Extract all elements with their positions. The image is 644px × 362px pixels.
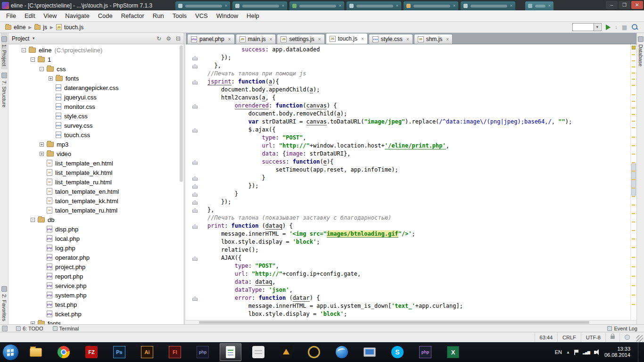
menu-tools[interactable]: Tools	[168, 10, 191, 21]
editor-gutter[interactable]	[186, 126, 207, 134]
editor-gutter[interactable]	[186, 198, 207, 206]
fold-marker-icon[interactable]	[192, 256, 198, 261]
window-tab[interactable]: ×	[175, 1, 231, 10]
dark-triangle-app-icon[interactable]	[275, 343, 297, 361]
editor-gutter[interactable]	[186, 310, 207, 318]
php-app-icon[interactable]: php	[192, 343, 214, 361]
menu-window[interactable]: Window	[212, 10, 242, 21]
tree-item-eline[interactable]: -eline(C:\projects\eline)	[8, 45, 184, 55]
menu-refactor[interactable]: Refactor	[117, 10, 149, 21]
expand-icon[interactable]: +	[40, 142, 44, 147]
tree-item-report-php[interactable]: phpreport.php	[8, 272, 184, 281]
warning-stripe-mark[interactable]	[632, 222, 635, 222]
hide-panel-icon[interactable]: ⊟	[176, 35, 181, 42]
tree-item-touch-css[interactable]: csstouch.css	[8, 130, 184, 140]
warning-stripe-mark[interactable]	[632, 101, 635, 102]
event-log-button[interactable]: Event Log	[603, 325, 644, 332]
tree-item-talon-template-en-html[interactable]: Htalon_template_en.html	[8, 187, 184, 196]
editor-gutter[interactable]	[186, 94, 207, 102]
tool-stripe-button-structure[interactable]: 7: Structure	[1, 69, 8, 111]
project-tree[interactable]: -eline(C:\projects\eline)-1-css+fontscss…	[8, 44, 184, 324]
warning-stripe-mark[interactable]	[632, 276, 635, 277]
editor-gutter[interactable]	[186, 142, 207, 150]
tree-item-test-php[interactable]: phptest.php	[8, 300, 184, 309]
warning-stripe-mark[interactable]	[632, 114, 635, 115]
warning-stripe-mark[interactable]	[632, 239, 635, 239]
tree-item-survey-css[interactable]: csssurvey.css	[8, 121, 184, 130]
warning-stripe-mark[interactable]	[632, 73, 635, 74]
warning-stripe-mark[interactable]	[632, 66, 635, 67]
tab-close-icon[interactable]: ×	[361, 36, 364, 41]
maximize-button[interactable]: ❐	[619, 1, 630, 9]
collapse-icon[interactable]: -	[31, 218, 35, 222]
tool-buttons-toggle-icon[interactable]	[2, 326, 8, 331]
editor-content[interactable]: success: app.dataLoaded }); },//Печать т…	[186, 44, 636, 324]
editor-gutter[interactable]	[186, 174, 207, 182]
tab-close-icon[interactable]: ×	[318, 37, 321, 42]
readonly-lock-icon[interactable]	[605, 332, 619, 342]
tree-item-list-template-ru-html[interactable]: Hlist_template_ru.html	[8, 177, 184, 187]
tree-item-operator-php[interactable]: phpoperator.php	[8, 253, 184, 262]
editor-tab-settings-js[interactable]: JSsettings.js×	[277, 34, 324, 44]
minimize-button[interactable]: –	[606, 1, 618, 9]
tree-item-talon-template-ru-html[interactable]: Htalon_template_ru.html	[8, 206, 184, 215]
editor-gutter[interactable]	[186, 222, 207, 230]
code-editor[interactable]: success: app.dataLoaded }); },//Печать т…	[186, 44, 636, 320]
excel-icon[interactable]: X	[442, 343, 464, 361]
project-tree-scrollbar[interactable]	[180, 45, 183, 182]
window-tab[interactable]: ×	[232, 1, 288, 10]
warning-stripe-mark[interactable]	[632, 196, 635, 197]
fold-marker-icon[interactable]	[192, 176, 198, 181]
window-tab[interactable]: ×	[346, 1, 402, 10]
tree-item-mp3[interactable]: +mp3	[8, 140, 184, 149]
phpstorm-icon[interactable]: php	[414, 343, 436, 361]
start-button[interactable]	[2, 344, 19, 361]
fold-marker-icon[interactable]	[192, 80, 198, 84]
tree-item-log-php[interactable]: phplog.php	[8, 243, 184, 253]
chevron-down-icon[interactable]: ▼	[32, 36, 35, 41]
file-explorer-icon[interactable]	[25, 343, 47, 361]
warning-stripe-mark[interactable]	[632, 107, 635, 108]
hector-inspections-icon[interactable]	[619, 332, 635, 342]
tree-item-list-template-en-html[interactable]: Hlist_template_en.html	[8, 158, 184, 168]
tool-stripe-button-favorites[interactable]: 2: Favorites	[1, 283, 8, 324]
tab-close-icon[interactable]: ×	[446, 37, 449, 42]
chrome-icon[interactable]	[53, 343, 74, 361]
editor-gutter[interactable]	[186, 278, 207, 286]
editor-gutter[interactable]	[186, 246, 207, 254]
tree-item-style-css[interactable]: cssstyle.css	[8, 111, 184, 121]
expand-icon[interactable]: +	[40, 152, 44, 156]
inspection-status-icon[interactable]	[632, 46, 636, 49]
tree-item-service-php[interactable]: phpservice.php	[8, 281, 184, 290]
window-tab-close-icon[interactable]: ×	[510, 4, 512, 8]
warning-stripe-mark[interactable]	[632, 137, 635, 138]
window-tab[interactable]: ×	[289, 1, 345, 10]
editor-tab-main-js[interactable]: JSmain.js×	[236, 34, 276, 44]
warning-stripe-mark[interactable]	[632, 94, 635, 95]
tree-item-monitor-css[interactable]: cssmonitor.css	[8, 102, 184, 111]
editor-error-stripe[interactable]	[630, 44, 636, 320]
breadcrumb-item-touch.js[interactable]: JStouch.js	[55, 24, 85, 31]
line-separator-indicator[interactable]: CRLF	[557, 332, 581, 342]
window-tab-close-icon[interactable]: ×	[453, 4, 455, 8]
show-desktop-button[interactable]	[638, 342, 641, 362]
tree-item-jqueryui-css[interactable]: cssjqueryui.css	[8, 92, 184, 102]
warning-stripe-mark[interactable]	[632, 247, 635, 248]
close-button[interactable]: ✕	[631, 1, 643, 9]
menu-file[interactable]: File	[2, 10, 20, 21]
collapse-icon[interactable]: -	[31, 58, 35, 62]
menu-navigate[interactable]: Navigate	[61, 10, 93, 21]
menu-edit[interactable]: Edit	[20, 10, 39, 21]
warning-stripe-mark[interactable]	[632, 171, 635, 172]
editor-gutter[interactable]	[186, 230, 207, 238]
tree-item-video[interactable]: +video	[8, 149, 184, 158]
menu-view[interactable]: View	[39, 10, 61, 21]
menu-run[interactable]: Run	[149, 10, 168, 21]
editor-gutter[interactable]	[186, 110, 207, 118]
tree-item-1[interactable]: -1	[8, 55, 184, 64]
warning-stripe-mark[interactable]	[632, 205, 635, 206]
editor-gutter[interactable]	[186, 54, 207, 62]
tab-close-icon[interactable]: ×	[228, 37, 231, 42]
editor-gutter[interactable]	[186, 70, 207, 78]
editor-gutter[interactable]	[186, 118, 207, 126]
